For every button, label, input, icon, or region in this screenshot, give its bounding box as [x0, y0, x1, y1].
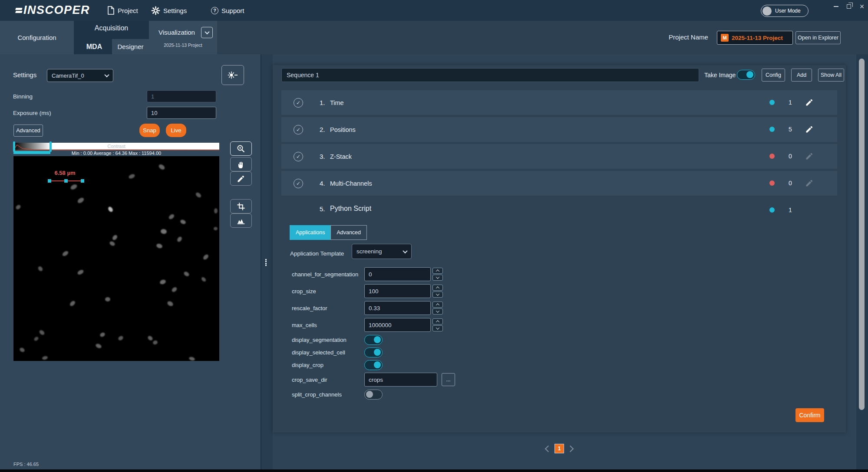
pan-tool-button[interactable] — [230, 157, 252, 171]
measurement-line[interactable] — [50, 180, 83, 181]
param-number-input[interactable]: 100 — [364, 284, 431, 298]
take-image-toggle[interactable] — [737, 70, 755, 80]
tab-visualization[interactable]: Visualization 2025-11-13 Project — [149, 21, 217, 54]
spinner-up-button[interactable] — [432, 318, 443, 324]
step-status-dot — [769, 127, 775, 132]
page-previous-icon[interactable] — [545, 445, 552, 452]
chevron-up-icon — [436, 303, 439, 307]
tab-configuration[interactable]: Configuration — [0, 21, 74, 54]
spinner-up-button[interactable] — [432, 302, 443, 308]
project-name-field[interactable]: M 2025-11-13 Project — [717, 31, 793, 45]
page-number-button[interactable]: 1 — [554, 444, 564, 453]
param-number-input[interactable]: 0.33 — [364, 301, 431, 315]
add-button[interactable]: Add — [791, 69, 812, 82]
cell-nucleus — [159, 279, 167, 285]
logo-bars-icon — [16, 7, 22, 14]
open-in-explorer-button[interactable]: Open in Explorer — [795, 31, 841, 44]
tab-advanced[interactable]: Advanced — [330, 225, 367, 240]
cell-nucleus — [15, 204, 21, 210]
histogram-icon — [236, 216, 246, 225]
show-all-button[interactable]: Show All — [818, 69, 844, 82]
exposure-input[interactable]: 10 — [147, 107, 216, 119]
visualization-dropdown-button[interactable] — [201, 27, 213, 38]
config-button[interactable]: Config — [762, 69, 785, 82]
spinner-down-button[interactable] — [432, 275, 443, 281]
number-spinner — [432, 302, 443, 315]
step-status-dot — [769, 180, 775, 186]
step-index: 5. — [320, 205, 330, 213]
minimize-button[interactable] — [830, 2, 842, 11]
cell-nucleus — [112, 234, 118, 241]
step-check-icon[interactable]: ✓ — [294, 152, 303, 161]
contrast-slider[interactable]: Contrast — [13, 143, 219, 151]
menu-settings[interactable]: Settings — [151, 5, 187, 16]
cell-nucleus — [33, 336, 40, 341]
edit-pencil-icon[interactable] — [805, 125, 814, 134]
cell-nucleus — [19, 347, 26, 353]
magnifier-icon — [236, 144, 246, 154]
live-button[interactable]: Live — [166, 124, 186, 137]
param-toggle[interactable] — [364, 390, 383, 400]
measurement-handle[interactable] — [48, 179, 51, 183]
step-check-icon[interactable]: ✓ — [294, 98, 303, 108]
measurement-handle[interactable] — [81, 179, 84, 183]
zoom-tool-button[interactable] — [230, 141, 252, 156]
page-next-icon[interactable] — [567, 445, 574, 452]
histogram-tool-button[interactable] — [230, 213, 252, 228]
spinner-down-button[interactable] — [432, 308, 443, 315]
binning-label: Binning — [13, 93, 33, 100]
chevron-down-icon — [104, 72, 109, 77]
tab-applications[interactable]: Applications — [290, 225, 331, 240]
param-number-input[interactable]: 1000000 — [364, 318, 431, 332]
edit-pencil-icon[interactable] — [805, 152, 814, 161]
param-toggle[interactable] — [364, 335, 383, 345]
camera-select[interactable]: CameraTif_0 — [47, 69, 113, 82]
step-label: Time — [330, 99, 344, 106]
browse-button[interactable]: ... — [442, 373, 455, 386]
python-script-step-header[interactable]: 5. Python Script 1 — [281, 198, 837, 220]
param-toggle[interactable] — [364, 347, 383, 357]
application-template-select[interactable]: screening — [352, 244, 412, 259]
edit-pencil-icon[interactable] — [805, 98, 814, 107]
param-text-input[interactable]: crops — [364, 373, 437, 387]
param-toggle[interactable] — [364, 360, 383, 370]
panel-splitter[interactable] — [261, 54, 273, 469]
sequence-step-row[interactable]: ✓ 3. Z-Stack 0 — [281, 144, 837, 169]
cell-nucleus — [95, 343, 102, 349]
restore-button[interactable] — [843, 2, 855, 11]
exposure-label: Exposure (ms) — [13, 110, 51, 116]
subtab-designer[interactable]: Designer — [112, 39, 149, 54]
spinner-up-button[interactable] — [432, 285, 443, 291]
sequence-step-row[interactable]: ✓ 4. Multi-Channels 0 — [281, 171, 837, 196]
scrollbar-thumb[interactable] — [859, 59, 865, 410]
advanced-button[interactable]: Advanced — [13, 125, 43, 137]
confirm-button[interactable]: Confirm — [795, 408, 824, 422]
step-check-icon[interactable]: ✓ — [294, 125, 303, 134]
menu-project[interactable]: Project — [107, 5, 138, 16]
close-button[interactable]: × — [856, 2, 868, 11]
param-number-input[interactable]: 0 — [364, 267, 431, 281]
draw-tool-button[interactable] — [230, 171, 252, 186]
spinner-up-button[interactable] — [432, 268, 443, 274]
measurement-handle[interactable] — [64, 179, 68, 183]
sequence-step-row[interactable]: ✓ 1. Time 1 — [281, 90, 837, 115]
sequence-name-input[interactable]: Sequence 1 — [281, 68, 699, 82]
brightness-button[interactable] — [221, 65, 244, 85]
file-icon — [107, 6, 115, 15]
cell-nucleus — [171, 286, 178, 293]
sequence-designer-area: Sequence 1 Take Image Config Add Show Al… — [273, 54, 868, 469]
subtab-mda[interactable]: MDA — [77, 39, 111, 54]
snap-button[interactable]: Snap — [139, 124, 160, 137]
menu-settings-label: Settings — [163, 7, 187, 14]
live-image-view[interactable]: 6.58 µm — [13, 156, 219, 361]
sequence-step-row[interactable]: ✓ 2. Positions 5 — [281, 117, 837, 142]
binning-input[interactable]: 1 — [147, 90, 216, 102]
spinner-down-button[interactable] — [432, 325, 443, 331]
menu-support[interactable]: ? Support — [211, 5, 244, 16]
spinner-down-button[interactable] — [432, 292, 443, 298]
user-mode-toggle[interactable]: User Mode — [761, 5, 809, 17]
edit-pencil-icon[interactable] — [805, 179, 814, 187]
step-check-icon[interactable]: ✓ — [294, 179, 303, 188]
crop-tool-button[interactable] — [230, 199, 252, 213]
cell-nucleus — [158, 163, 166, 170]
